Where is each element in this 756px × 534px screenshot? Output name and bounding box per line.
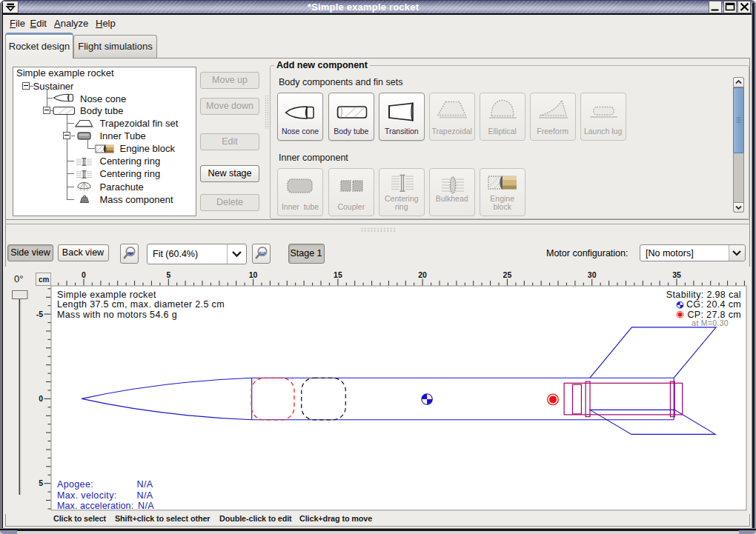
svg-text:Simple example rocket: Simple example rocket — [57, 290, 156, 300]
svg-text:0: 0 — [82, 270, 86, 279]
svg-text:-5: -5 — [36, 310, 43, 318]
svg-text:N/A: N/A — [137, 479, 153, 490]
svg-text:0: 0 — [39, 394, 43, 403]
svg-text:N/A: N/A — [137, 490, 153, 501]
svg-text:0°: 0° — [14, 273, 23, 284]
svg-text:10: 10 — [249, 270, 258, 279]
svg-text:35: 35 — [672, 270, 681, 279]
svg-text:Stability: 2.98 cal: Stability: 2.98 cal — [666, 290, 741, 300]
svg-text:N/A: N/A — [138, 501, 154, 511]
svg-text:25: 25 — [503, 270, 512, 279]
svg-text:20: 20 — [418, 270, 427, 279]
svg-text:CG: 20.4 cm: CG: 20.4 cm — [686, 299, 741, 310]
svg-text:Mass with no motors 54.6 g: Mass with no motors 54.6 g — [57, 310, 177, 320]
svg-text:Apogee:: Apogee: — [57, 479, 93, 490]
svg-text:at M=0.30: at M=0.30 — [692, 318, 729, 327]
svg-text:cm: cm — [39, 276, 50, 284]
svg-text:Max. velocity:: Max. velocity: — [57, 490, 117, 501]
svg-text:Length 37.5 cm, max. diameter: Length 37.5 cm, max. diameter 2.5 cm — [57, 299, 225, 310]
svg-text:30: 30 — [588, 270, 597, 279]
svg-text:Max. acceleration:: Max. acceleration: — [57, 501, 133, 511]
svg-text:15: 15 — [334, 270, 342, 279]
svg-text:5: 5 — [166, 270, 170, 279]
svg-text:5: 5 — [39, 478, 43, 487]
